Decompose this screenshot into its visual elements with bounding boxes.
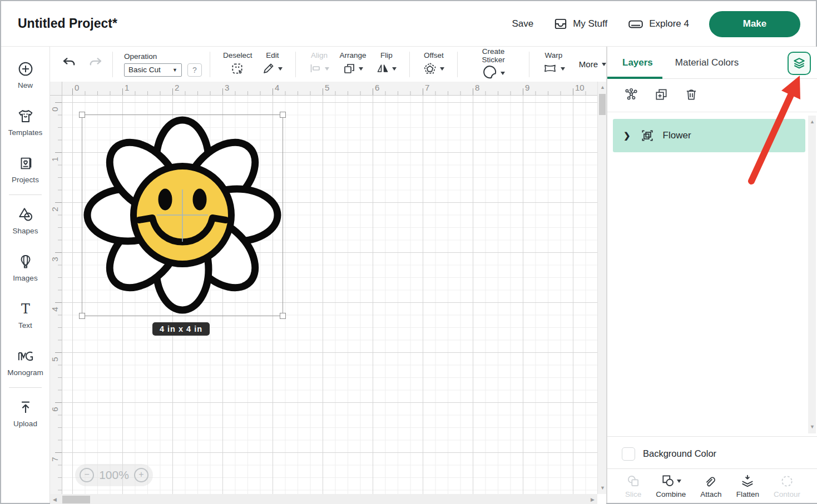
delete-button[interactable]: [684, 87, 699, 103]
layer-row-flower[interactable]: ❯ Flower: [613, 119, 805, 152]
ruler-number: 3: [50, 255, 60, 264]
deselect-button[interactable]: Deselect: [223, 51, 252, 77]
top-header: Untitled Project* Save My Stuff: [1, 1, 816, 47]
redo-button: [86, 54, 105, 74]
sidebar-item-new[interactable]: New: [1, 51, 49, 98]
selection-handle[interactable]: [79, 313, 85, 319]
sidebar-item-templates[interactable]: Templates: [1, 98, 49, 146]
shapes-icon: [17, 206, 34, 223]
attach-button[interactable]: Attach: [700, 473, 721, 498]
ruler-number: 9: [525, 83, 529, 92]
flower-smiley-graphic: [82, 114, 283, 316]
sidebar-item-monogram[interactable]: Monogram: [1, 338, 49, 386]
ruler-number: 0: [75, 83, 79, 92]
ruler-number: 6: [50, 405, 60, 414]
scroll-right-icon[interactable]: ▶: [591, 497, 595, 502]
operation-label: Operation: [124, 52, 202, 61]
offset-button[interactable]: Offset: [423, 51, 444, 77]
warp-icon: [542, 62, 558, 77]
operation-group: Operation Basic Cut ▼ ?: [124, 52, 202, 77]
flatten-icon: [740, 473, 755, 489]
vertical-ruler: 01234567: [50, 96, 62, 494]
ruler-number: 7: [425, 83, 429, 92]
slice-icon: [626, 473, 641, 489]
zoom-out-button[interactable]: −: [80, 468, 94, 482]
toolbar-divider: [112, 52, 113, 77]
scrollbar-thumb[interactable]: [599, 94, 606, 115]
sidebar-divider: [9, 387, 42, 388]
layers-panel-toggle-button[interactable]: [788, 52, 811, 75]
make-button[interactable]: Make: [709, 11, 800, 37]
layers-stack-icon: [792, 56, 806, 72]
selection-handle[interactable]: [79, 112, 85, 118]
design-canvas: 012345678910 01234567: [50, 82, 606, 504]
paperclip-icon: [703, 473, 719, 489]
canvas-vertical-scrollbar[interactable]: ▲ ▼: [597, 82, 606, 494]
create-sticker-button[interactable]: Create Sticker: [471, 47, 516, 82]
chevron-down-icon: [325, 67, 329, 71]
ruler-number: 3: [225, 83, 229, 92]
arrange-layers-icon: [343, 62, 356, 77]
tab-material-colors[interactable]: Material Colors: [675, 57, 739, 68]
flip-button[interactable]: Flip: [376, 51, 397, 77]
monogram-icon: [16, 347, 35, 365]
ruler-number: 2: [175, 83, 179, 92]
expand-chevron-icon[interactable]: ❯: [623, 131, 631, 141]
background-color-checkbox[interactable]: [622, 447, 635, 461]
warp-button[interactable]: Warp: [542, 51, 565, 77]
ruler-number: 0: [50, 105, 60, 114]
sticker-icon: [482, 64, 498, 82]
selection-handle[interactable]: [280, 313, 286, 319]
panel-scrollbar[interactable]: ▲ ▼: [808, 116, 816, 433]
text-icon: T: [17, 300, 34, 318]
duplicate-button[interactable]: [654, 87, 669, 103]
ruler-number: 8: [475, 83, 479, 92]
canvas-horizontal-scrollbar[interactable]: ◀ ▶: [50, 494, 597, 504]
flatten-button[interactable]: Flatten: [736, 473, 759, 498]
zoom-control: − 100% +: [75, 464, 153, 486]
edit-button[interactable]: Edit: [262, 51, 283, 77]
tab-layers[interactable]: Layers: [622, 57, 653, 68]
scroll-down-icon[interactable]: ▼: [810, 425, 815, 430]
explore-machine-button[interactable]: Explore 4: [627, 17, 689, 31]
scroll-up-icon[interactable]: ▲: [600, 85, 605, 90]
sidebar-item-projects[interactable]: Projects: [1, 146, 49, 193]
chevron-down-icon: [561, 67, 565, 71]
chevron-down-icon: [677, 480, 681, 483]
operation-select[interactable]: Basic Cut ▼: [124, 63, 182, 77]
sidebar-item-upload[interactable]: Upload: [1, 390, 49, 437]
left-sidebar: New Templates Projects: [1, 47, 50, 503]
zoom-level: 100%: [99, 468, 129, 482]
sidebar-item-images[interactable]: Images: [1, 244, 49, 291]
chevron-down-icon: [602, 63, 606, 66]
ruler-number: 4: [50, 305, 60, 314]
ungroup-button[interactable]: [624, 87, 638, 103]
layers-list: ❯ Flower ▲ ▼: [607, 112, 817, 436]
selection-handle[interactable]: [280, 112, 286, 118]
arrange-button[interactable]: Arrange: [339, 51, 366, 77]
zoom-in-button[interactable]: +: [134, 468, 148, 482]
sidebar-item-text[interactable]: T Text: [1, 291, 49, 338]
chevron-down-icon: [501, 72, 505, 75]
selected-object-flower[interactable]: [82, 114, 283, 316]
my-stuff-button[interactable]: My Stuff: [553, 17, 607, 31]
save-button[interactable]: Save: [512, 18, 533, 29]
toolbar-divider: [210, 52, 210, 77]
group-icon: [640, 128, 655, 143]
plus-circle-icon: [17, 60, 34, 78]
scrollbar-thumb[interactable]: [62, 496, 90, 503]
layers-panel: Layers Material Colors: [606, 47, 817, 503]
canvas-grid[interactable]: 4 in x 4 in − 100% +: [62, 96, 597, 494]
operation-help-button[interactable]: ?: [187, 63, 202, 77]
ruler-corner: [50, 82, 62, 96]
more-button[interactable]: More: [579, 59, 606, 69]
contour-icon: [780, 473, 794, 489]
scroll-left-icon[interactable]: ◀: [53, 497, 57, 502]
scroll-down-icon[interactable]: ▼: [600, 486, 605, 491]
scroll-up-icon[interactable]: ▲: [810, 119, 815, 124]
sidebar-item-shapes[interactable]: Shapes: [1, 197, 49, 244]
combine-button[interactable]: Combine: [656, 473, 686, 498]
undo-button[interactable]: [60, 54, 79, 74]
panel-tabs: Layers Material Colors: [607, 47, 817, 79]
ruler-number: 4: [275, 83, 279, 92]
